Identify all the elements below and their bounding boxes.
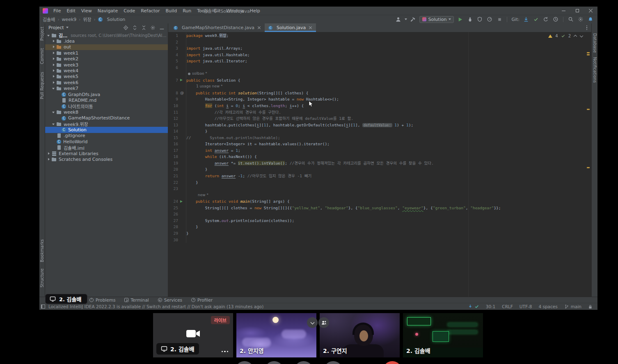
collapse-strip-button[interactable] [307,317,318,328]
coverage-icon[interactable] [476,16,483,23]
git-commit-icon[interactable] [532,16,540,23]
error-stripe-mark[interactable] [587,54,590,55]
video-tile[interactable]: 라이브2. 김솔배 [153,313,233,357]
line-separator[interactable]: CRLF [502,304,513,309]
expand-all-icon[interactable] [132,25,137,30]
maximize-button[interactable] [570,7,584,15]
git-history-icon[interactable] [552,16,559,23]
menu-item-code[interactable]: Code [121,7,138,15]
git-update-icon[interactable] [522,16,530,23]
settings-icon[interactable] [577,16,584,23]
tree-item[interactable]: week9.위장 [45,121,168,127]
breadcrumb-item[interactable]: week9 [62,17,76,22]
tree-item[interactable]: GameMapShortestDistance [45,115,168,121]
notifications-bell-icon[interactable] [587,16,594,23]
tree-item[interactable]: .gitignore [45,133,168,139]
menu-item-build[interactable]: Build [163,7,180,15]
tree-item[interactable]: week8 [45,109,168,115]
tree-item[interactable]: HelloWorld [45,139,168,144]
close-tab-icon[interactable] [257,26,261,30]
git-branch-widget[interactable]: main [564,304,581,309]
error-stripe-mark[interactable] [587,109,590,110]
code-editor[interactable]: 4 2 1package week9.위장;23import java.util… [168,32,591,297]
debug-icon[interactable] [466,16,474,23]
video-tile[interactable]: 2. 구연지 [320,313,400,357]
tree-item[interactable]: 나이트의이동 [45,103,168,109]
stripe-item-notifications[interactable]: Notifications [593,57,597,83]
menu-item-edit[interactable]: Edit [64,7,78,15]
toolwindow-tab-terminal[interactable]: Terminal [124,298,149,302]
tree-item[interactable]: week1 [45,50,168,56]
menu-item-view[interactable]: View [78,7,95,15]
minimize-button[interactable] [557,7,570,15]
editor-tab[interactable]: GameMapShortestDistance.java [170,23,265,32]
tree-item[interactable]: week5 [45,74,168,80]
menu-item-file[interactable]: File [50,7,64,15]
tree-item[interactable]: week6 [45,80,168,85]
breadcrumb-item[interactable]: 김솔배 [43,16,55,23]
tree-item[interactable]: .idea [45,38,168,44]
tree-item[interactable]: README.md [45,97,168,103]
tree-item[interactable]: 김솔배.iml [45,144,168,150]
profiler-toolbar-icon[interactable] [486,16,493,23]
toolwindow-tab-services[interactable]: Services [158,298,182,302]
tool-window-quick-access-icon[interactable] [41,304,45,309]
stripe-item-structure[interactable]: Structure [40,268,44,288]
caret-position[interactable]: 30:1 [486,304,496,309]
git-rollback-icon[interactable] [542,16,549,23]
next-problem-icon[interactable] [580,34,583,38]
stop-icon[interactable] [496,16,503,23]
breadcrumb-item[interactable]: 위장 [83,16,91,23]
leave-call-button[interactable] [383,361,402,364]
participants-button[interactable] [318,317,329,328]
call-control-button[interactable] [324,361,343,364]
menu-item-run[interactable]: Run [180,7,194,15]
tree-item[interactable]: External Libraries [45,151,168,156]
run-button[interactable] [456,16,464,23]
tree-item[interactable]: week2 [45,56,168,62]
video-tile[interactable]: 2. 김솔배 [403,313,483,357]
close-tab-icon[interactable] [309,26,312,30]
inspections-widget[interactable]: 4 2 [548,34,583,38]
menu-item-navigate[interactable]: Navigate [95,7,121,15]
tree-item[interactable]: Solution [45,127,168,133]
run-config-select[interactable]: Solution [419,16,454,23]
run-gutter-icon[interactable] [180,200,183,203]
close-button[interactable] [584,7,597,15]
menu-item-refactor[interactable]: Refactor [138,7,163,15]
toolwindow-tab-problems[interactable]: Problems [89,298,115,302]
tree-item[interactable]: Scratches and Consoles [45,156,168,162]
stripe-item-bookmarks[interactable]: Bookmarks [40,239,44,262]
indent-setting[interactable]: 4 spaces [538,304,557,309]
error-stripe-mark[interactable] [587,167,590,168]
panel-settings-gear-icon[interactable] [150,25,156,30]
video-tile[interactable]: 2. 안지영 [236,313,316,357]
search-everywhere-icon[interactable] [567,16,575,23]
file-encoding[interactable]: UTF-8 [520,304,532,309]
project-panel-title[interactable]: Project [48,25,64,30]
readonly-lock-icon[interactable] [588,304,593,309]
tree-item[interactable]: GraphDfs.java [45,92,168,97]
update-indicator-icon[interactable] [468,304,479,309]
tab-options-icon[interactable] [586,23,592,32]
build-hammer-icon[interactable] [410,16,417,23]
more-options-button[interactable] [222,351,229,353]
toolwindow-tab-profiler[interactable]: Profiler [191,298,213,302]
stripe-item-commit[interactable]: Commit [40,48,44,64]
editor-tab[interactable]: Solution.java [265,23,316,32]
user-icon[interactable] [395,16,402,23]
call-control-button[interactable] [294,361,313,364]
stripe-item-database[interactable]: Database [593,33,597,53]
tree-item[interactable]: 김솔배sources root, C:\Users\Wiser\Thinking… [45,32,168,38]
prev-problem-icon[interactable] [574,34,577,38]
hide-panel-icon[interactable] [159,25,165,30]
tree-item[interactable]: week4 [45,68,168,73]
locate-file-icon[interactable] [123,25,128,30]
breadcrumb-item[interactable]: Solution [107,17,126,22]
stripe-item-pull-requests[interactable]: Pull Requests [40,72,44,99]
tree-item[interactable]: week3 [45,62,168,68]
error-stripe-mark[interactable] [587,52,590,53]
stripe-item-project[interactable]: Project [40,27,44,41]
tree-item[interactable]: out [45,44,168,50]
collapse-all-icon[interactable] [141,25,146,30]
